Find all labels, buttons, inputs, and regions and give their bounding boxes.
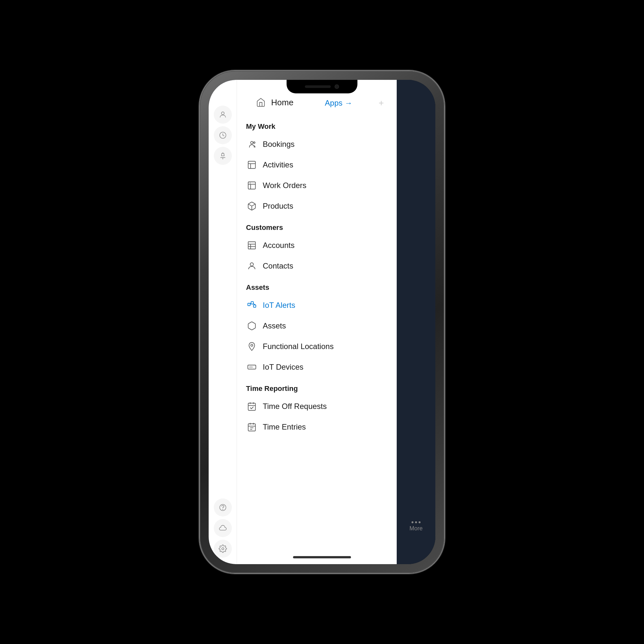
speaker [305,85,331,88]
menu-item-functional-locations[interactable]: Functional Locations [237,336,397,357]
phone-screen: Home Apps → + My Work [209,80,435,564]
work-orders-label: Work Orders [263,181,307,190]
contacts-icon [246,260,258,272]
time-entries-icon [246,421,258,433]
svg-rect-35 [248,424,256,431]
menu-item-bookings[interactable]: Bookings [237,134,397,155]
menu-item-accounts[interactable]: Accounts [237,235,397,256]
menu-item-time-off-requests[interactable]: Time Off Requests [237,396,397,417]
pinned-icon[interactable] [214,147,232,165]
dot [415,521,417,523]
sidebar [209,80,237,564]
menu-item-time-entries[interactable]: Time Entries [237,417,397,437]
svg-point-0 [221,112,224,115]
profile-icon[interactable] [214,106,232,124]
menu-item-iot-devices[interactable]: IoT Devices [237,357,397,377]
apps-link[interactable]: Apps → [325,99,352,108]
home-label: Home [271,98,293,108]
home-indicator[interactable] [293,556,351,558]
menu-header: Home Apps → + [237,97,397,115]
svg-point-7 [251,141,253,144]
accounts-label: Accounts [263,241,295,250]
assets-label: Assets [263,321,286,330]
svg-point-8 [253,142,255,144]
phone-shell: Home Apps → + My Work [200,71,444,573]
activities-label: Activities [263,160,293,169]
more-label[interactable]: More [409,525,422,532]
svg-point-6 [222,548,224,550]
front-camera [335,84,339,89]
screen-content: Home Apps → + My Work [209,80,435,564]
iot-alerts-label: IoT Alerts [263,301,295,310]
functional-locations-label: Functional Locations [263,342,334,351]
recent-icon[interactable] [214,126,232,144]
settings-icon[interactable] [214,540,232,558]
svg-rect-21 [248,303,251,306]
menu-panel: Home Apps → + My Work [237,80,397,564]
phone-device: Home Apps → + My Work [200,71,444,573]
time-reporting-section-label: Time Reporting [237,377,397,396]
menu-item-iot-alerts[interactable]: IoT Alerts [237,295,397,316]
dot [419,521,421,523]
home-item[interactable]: Home [246,97,302,109]
menu-item-work-orders[interactable]: Work Orders [237,175,397,196]
svg-rect-22 [251,302,254,304]
menu-item-contacts[interactable]: Contacts [237,256,397,276]
my-work-section-label: My Work [237,115,397,134]
customers-section-label: Customers [237,216,397,235]
right-panel-bottom: More [397,521,435,532]
work-orders-icon [246,180,258,191]
svg-point-26 [251,344,253,346]
assets-section-label: Assets [237,276,397,295]
assets-icon [246,320,258,332]
plus-button[interactable]: + [375,98,388,108]
svg-rect-31 [248,403,256,411]
svg-rect-27 [248,365,256,369]
products-label: Products [263,202,293,211]
accounts-icon [246,240,258,251]
contacts-label: Contacts [263,261,293,270]
time-entries-label: Time Entries [263,422,306,431]
time-off-requests-label: Time Off Requests [263,402,327,411]
iot-alerts-icon [246,299,258,311]
home-icon [255,97,267,108]
functional-locations-icon [246,341,258,352]
right-panel: More [397,80,435,564]
dot [412,521,413,523]
svg-rect-16 [248,242,256,249]
help-icon[interactable] [214,498,232,516]
time-off-requests-icon [246,401,258,412]
iot-devices-label: IoT Devices [263,363,303,372]
menu-item-assets[interactable]: Assets [237,316,397,336]
svg-point-20 [250,263,253,266]
bookings-label: Bookings [263,140,295,149]
activities-icon [246,159,258,171]
products-icon [246,200,258,212]
bookings-icon [246,138,258,150]
cloud-icon[interactable] [214,519,232,537]
notch [287,80,357,93]
svg-rect-12 [248,182,256,189]
menu-item-products[interactable]: Products [237,196,397,216]
svg-rect-9 [248,161,256,169]
dots-row [412,521,421,523]
iot-devices-icon [246,361,258,373]
menu-item-activities[interactable]: Activities [237,155,397,175]
